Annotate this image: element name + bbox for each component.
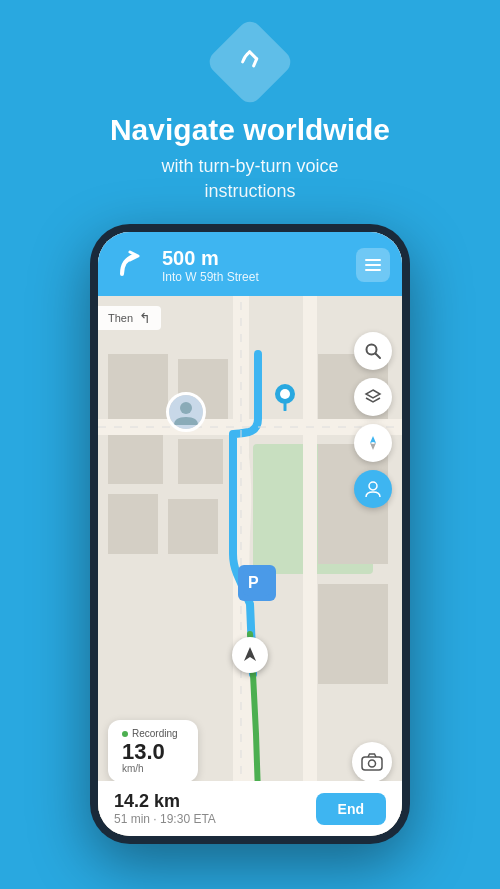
then-arrow-icon: ↰	[139, 310, 151, 326]
then-bar: Then ↰	[98, 306, 161, 330]
trip-details: 14.2 km 51 min · 19:30 ETA	[114, 791, 216, 826]
logo-diamond	[205, 17, 296, 108]
svg-rect-7	[168, 499, 218, 554]
subheadline: with turn-by-turn voiceinstructions	[161, 154, 338, 204]
menu-line-3	[365, 269, 381, 271]
menu-line-1	[365, 259, 381, 261]
nav-header: 500 m Into W 59th Street	[98, 232, 402, 296]
recording-text: Recording	[132, 728, 178, 739]
svg-marker-19	[370, 443, 376, 450]
menu-button[interactable]	[356, 248, 390, 282]
speed-unit: km/h	[122, 763, 184, 774]
compass-button[interactable]	[354, 424, 392, 462]
svg-marker-18	[370, 436, 376, 443]
destination-pin	[274, 383, 296, 417]
svg-rect-6	[108, 494, 158, 554]
svg-rect-28	[362, 757, 382, 770]
svg-text:P: P	[248, 574, 259, 591]
recording-label: Recording	[122, 728, 184, 739]
turn-arrow-icon	[110, 244, 152, 286]
svg-point-20	[369, 482, 377, 490]
bottom-nav-bar: 14.2 km 51 min · 19:30 ETA End	[98, 781, 402, 836]
svg-rect-2	[108, 354, 168, 424]
svg-marker-27	[244, 647, 256, 661]
menu-line-2	[365, 264, 381, 266]
svg-rect-13	[303, 254, 317, 814]
trip-distance: 14.2 km	[114, 791, 216, 812]
then-label: Then	[108, 312, 133, 324]
svg-rect-5	[178, 439, 223, 484]
svg-point-29	[369, 760, 376, 767]
avatar-image	[166, 392, 206, 432]
layers-button[interactable]	[354, 378, 392, 416]
speed-value: 13.0	[122, 741, 184, 763]
profile-button[interactable]	[354, 470, 392, 508]
search-button[interactable]	[354, 332, 392, 370]
phone-frame: 500 m Into W 59th Street Then ↰	[90, 224, 410, 844]
logo-icon	[235, 44, 265, 81]
parking-marker: P	[238, 565, 276, 601]
map-controls	[354, 332, 392, 508]
recording-panel: Recording 13.0 km/h	[108, 720, 198, 782]
phone-mockup: 500 m Into W 59th Street Then ↰	[90, 224, 410, 844]
recording-dot	[122, 731, 128, 737]
nav-distance: 500 m	[162, 247, 346, 270]
nav-street: Into W 59th Street	[162, 270, 346, 284]
end-button[interactable]: End	[316, 793, 386, 825]
svg-rect-10	[318, 584, 388, 684]
top-section: Navigate worldwide with turn-by-turn voi…	[0, 0, 500, 224]
user-avatar-marker	[166, 392, 206, 432]
headline: Navigate worldwide	[110, 112, 390, 148]
user-location-arrow	[232, 637, 268, 673]
svg-point-24	[280, 389, 290, 399]
phone-screen: 500 m Into W 59th Street Then ↰	[98, 232, 402, 836]
svg-line-17	[376, 354, 381, 359]
trip-time-eta: 51 min · 19:30 ETA	[114, 812, 216, 826]
svg-rect-4	[108, 434, 163, 484]
nav-info: 500 m Into W 59th Street	[162, 247, 346, 284]
svg-point-22	[180, 402, 192, 414]
